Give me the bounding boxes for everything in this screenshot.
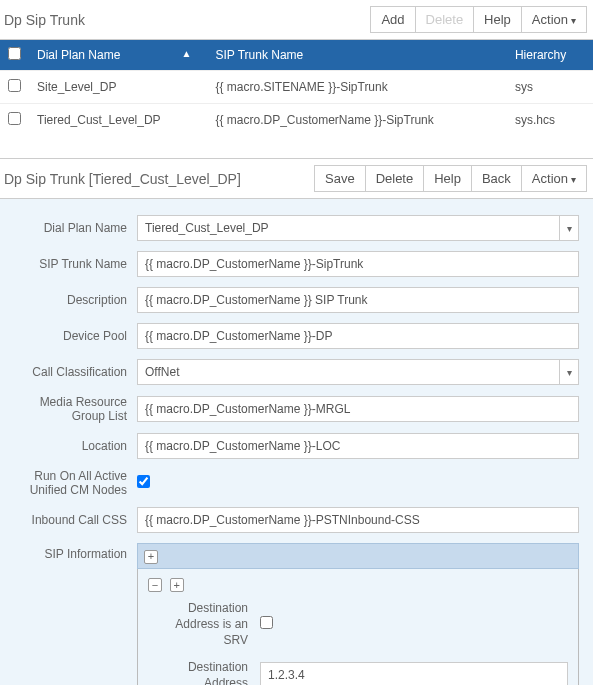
sip-trunk-table: Dial Plan Name▲ SIP Trunk Name Hierarchy… (0, 40, 593, 136)
inbound-css-input[interactable] (137, 507, 579, 533)
location-input[interactable] (137, 433, 579, 459)
trunk-name-input[interactable] (137, 251, 579, 277)
row-checkbox[interactable] (8, 79, 21, 92)
call-class-input[interactable] (137, 359, 579, 385)
dropdown-toggle-icon[interactable]: ▾ (559, 215, 579, 241)
label-dial-plan: Dial Plan Name (4, 221, 137, 235)
top-bar: Dp Sip Trunk Add Delete Help Action▾ (0, 0, 593, 40)
mrgl-input[interactable] (137, 396, 579, 422)
help-button[interactable]: Help (423, 165, 472, 192)
col-dial-plan[interactable]: Dial Plan Name▲ (29, 40, 207, 71)
sip-info-panel: − + Destination Address is an SRV Destin… (137, 569, 579, 686)
top-button-group: Add Delete Help Action▾ (370, 6, 587, 33)
action-button[interactable]: Action▾ (521, 165, 587, 192)
dest-srv-checkbox[interactable] (260, 616, 273, 629)
dial-plan-select[interactable]: ▾ (137, 215, 579, 241)
run-all-checkbox[interactable] (137, 475, 150, 488)
label-device-pool: Device Pool (4, 329, 137, 343)
action-label: Action (532, 171, 568, 186)
label-mrgl: Media Resource Group List (4, 395, 137, 423)
add-button[interactable]: Add (370, 6, 415, 33)
label-trunk-name: SIP Trunk Name (4, 257, 137, 271)
label-call-class: Call Classification (4, 365, 137, 379)
edit-title: Dp Sip Trunk [Tiered_Cust_Level_DP] (4, 171, 241, 187)
col-hierarchy[interactable]: Hierarchy (507, 40, 593, 71)
select-all-checkbox[interactable] (8, 47, 21, 60)
add-icon[interactable]: + (170, 578, 184, 592)
cell-hier: sys.hcs (507, 104, 593, 137)
sip-info-header: + (137, 543, 579, 569)
action-label: Action (532, 12, 568, 27)
row-checkbox[interactable] (8, 112, 21, 125)
page-title: Dp Sip Trunk (4, 12, 85, 28)
label-run-all: Run On All Active Unified CM Nodes (4, 469, 137, 497)
sort-asc-icon: ▲ (182, 48, 192, 59)
description-input[interactable] (137, 287, 579, 313)
cell-dial: Tiered_Cust_Level_DP (29, 104, 207, 137)
dropdown-toggle-icon[interactable]: ▾ (559, 359, 579, 385)
delete-button[interactable]: Delete (365, 165, 425, 192)
label-location: Location (4, 439, 137, 453)
cell-dial: Site_Level_DP (29, 71, 207, 104)
save-button[interactable]: Save (314, 165, 366, 192)
back-button[interactable]: Back (471, 165, 522, 192)
label-sip-info: SIP Information (4, 543, 137, 561)
cell-hier: sys (507, 71, 593, 104)
cell-trunk: {{ macro.DP_CustomerName }}-SipTrunk (207, 104, 506, 137)
edit-button-group: Save Delete Help Back Action▾ (314, 165, 587, 192)
caret-down-icon: ▾ (571, 15, 576, 26)
select-all-header[interactable] (0, 40, 29, 71)
dial-plan-input[interactable] (137, 215, 579, 241)
delete-button[interactable]: Delete (415, 6, 475, 33)
add-icon[interactable]: + (144, 550, 158, 564)
label-inbound-css: Inbound Call CSS (4, 513, 137, 527)
label-description: Description (4, 293, 137, 307)
dest-addr-input[interactable] (260, 662, 568, 685)
caret-down-icon: ▾ (571, 174, 576, 185)
help-button[interactable]: Help (473, 6, 522, 33)
table-row[interactable]: Site_Level_DP {{ macro.SITENAME }}-SipTr… (0, 71, 593, 104)
remove-icon[interactable]: − (148, 578, 162, 592)
label-dest-addr: Destination Address (148, 659, 260, 685)
action-button[interactable]: Action▾ (521, 6, 587, 33)
edit-bar: Dp Sip Trunk [Tiered_Cust_Level_DP] Save… (0, 158, 593, 199)
col-trunk-name[interactable]: SIP Trunk Name (207, 40, 506, 71)
cell-trunk: {{ macro.SITENAME }}-SipTrunk (207, 71, 506, 104)
label-dest-srv: Destination Address is an SRV (148, 600, 260, 649)
form-area: Dial Plan Name ▾ SIP Trunk Name Descript… (0, 199, 593, 685)
table-row[interactable]: Tiered_Cust_Level_DP {{ macro.DP_Custome… (0, 104, 593, 137)
device-pool-input[interactable] (137, 323, 579, 349)
call-class-select[interactable]: ▾ (137, 359, 579, 385)
